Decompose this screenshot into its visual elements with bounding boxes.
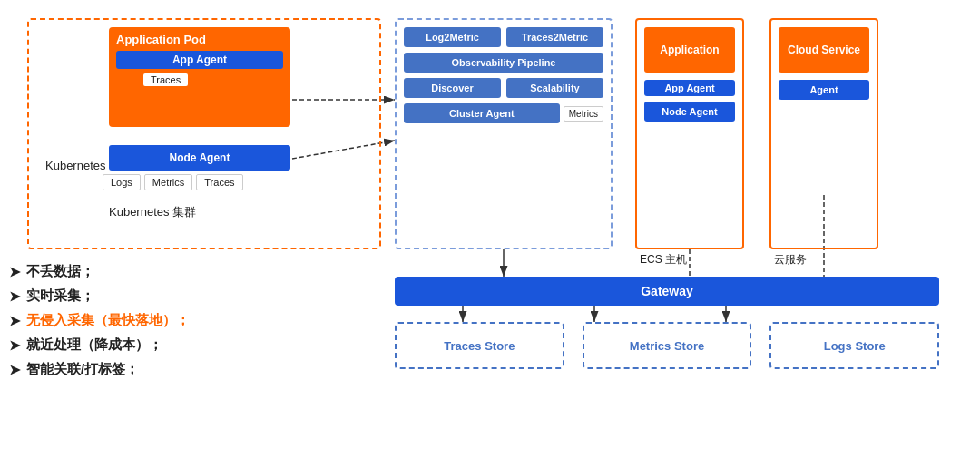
scalability-cell: Scalability xyxy=(506,78,603,98)
cluster-agent-box: Cluster Agent xyxy=(404,103,560,123)
bullet-2: ➤ 实时采集； xyxy=(9,287,191,305)
traces3-tag: Traces xyxy=(196,174,242,190)
metrics-store-box: Metrics Store xyxy=(583,322,752,369)
observability-cell: Observability Pipeline xyxy=(404,53,603,73)
metrics-tag: Metrics xyxy=(144,174,192,190)
ecs-label: ECS 主机 xyxy=(640,252,687,268)
cloud-agent-box: Agent xyxy=(779,80,869,100)
logs-store-box: Logs Store xyxy=(769,322,939,369)
metrics-badge: Metrics xyxy=(564,106,603,122)
pipeline-top-row: Log2Metric Traces2Metric xyxy=(404,27,603,47)
cloud-label: 云服务 xyxy=(774,252,807,268)
ecs-box: Application App Agent Node Agent xyxy=(635,18,744,249)
bullet-arrow-5: ➤ xyxy=(9,362,21,378)
pipeline-discover-row: Discover Scalability xyxy=(404,78,603,98)
traces-tag: Traces xyxy=(143,73,188,86)
bullet-3: ➤ 无侵入采集（最快落地）； xyxy=(9,312,191,329)
cluster-agent-row: Cluster Agent Metrics xyxy=(404,103,603,123)
stores-row: Traces Store Metrics Store Logs Store xyxy=(395,322,939,369)
app-pod-box: Application Pod App Agent Traces xyxy=(109,27,290,127)
cloud-box: Cloud Service Agent xyxy=(769,18,878,249)
bullet-text-5: 智能关联/打标签； xyxy=(26,361,139,378)
bullet-text-2: 实时采集； xyxy=(26,287,94,305)
lmt-tags: Logs Metrics Traces xyxy=(103,174,298,190)
bullet-arrow-1: ➤ xyxy=(9,264,21,280)
ecs-node-agent-box: Node Agent xyxy=(644,102,735,122)
bullet-5: ➤ 智能关联/打标签； xyxy=(9,361,191,378)
bullet-4: ➤ 就近处理（降成本）； xyxy=(9,336,191,354)
bullet-text-4: 就近处理（降成本）； xyxy=(26,336,162,354)
ecs-app-agent-box: App Agent xyxy=(644,80,735,96)
bullets-section: ➤ 不丢数据； ➤ 实时采集； ➤ 无侵入采集（最快落地）； ➤ 就近处理（降成… xyxy=(9,263,191,385)
bullet-text-3: 无侵入采集（最快落地）； xyxy=(26,312,190,329)
pipeline-observability-row: Observability Pipeline xyxy=(404,53,603,73)
bullet-1: ➤ 不丢数据； xyxy=(9,263,191,280)
cloud-service-box: Cloud Service xyxy=(779,27,869,73)
app-agent-box: App Agent xyxy=(116,51,283,69)
node-agent-bar: Node Agent xyxy=(109,145,290,171)
traces-store-box: Traces Store xyxy=(395,322,564,369)
app-pod-label: Application Pod xyxy=(116,33,283,46)
traces2metric-cell: Traces2Metric xyxy=(506,27,603,47)
logs-tag: Logs xyxy=(103,174,141,190)
bullet-arrow-2: ➤ xyxy=(9,288,21,305)
gateway-bar: Gateway xyxy=(395,277,939,306)
discover-cell: Discover xyxy=(404,78,501,98)
k8s-cluster-label: Kubernetes 集群 xyxy=(109,204,196,220)
pipeline-box: Log2Metric Traces2Metric Observability P… xyxy=(395,18,612,249)
bullet-arrow-3: ➤ xyxy=(9,313,21,329)
bullet-arrow-4: ➤ xyxy=(9,337,21,354)
log2metric-cell: Log2Metric xyxy=(404,27,501,47)
ecs-application-box: Application xyxy=(644,27,735,73)
bullet-text-1: 不丢数据； xyxy=(26,263,94,280)
